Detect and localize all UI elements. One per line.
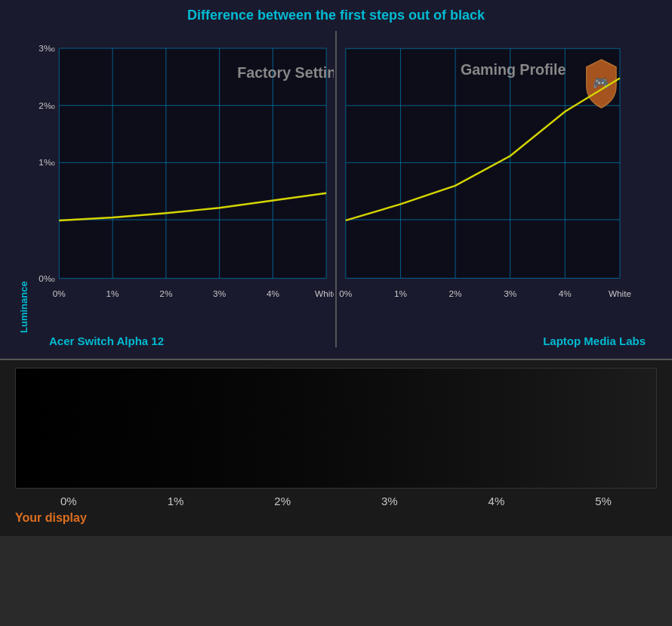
left-y-axis-label: Luminance xyxy=(15,39,29,333)
svg-rect-23 xyxy=(346,48,620,278)
svg-text:0%: 0% xyxy=(339,288,353,298)
svg-text:1%: 1% xyxy=(106,288,120,298)
chart-divider xyxy=(335,31,337,347)
display-gradient xyxy=(16,369,656,488)
chart-title: Difference between the first steps out o… xyxy=(15,8,657,23)
your-display-label: Your display xyxy=(15,511,657,525)
svg-text:3%: 3% xyxy=(504,288,517,298)
display-area xyxy=(15,368,657,489)
svg-text:1%: 1% xyxy=(394,288,408,298)
display-x-labels: 0% 1% 2% 3% 4% 5% xyxy=(15,495,657,507)
x-label-2: 2% xyxy=(274,495,291,507)
x-label-3: 3% xyxy=(381,495,398,507)
svg-text:Gaming Profile: Gaming Profile xyxy=(461,61,566,78)
svg-text:0%₀: 0%₀ xyxy=(39,273,55,283)
svg-text:3%₀: 3%₀ xyxy=(39,43,55,53)
bottom-section: 0% 1% 2% 3% 4% 5% Your display xyxy=(0,360,672,536)
svg-text:White: White xyxy=(315,288,334,298)
svg-text:Factory Settings: Factory Settings xyxy=(237,64,334,81)
svg-text:4%: 4% xyxy=(559,288,572,298)
svg-text:1%₀: 1%₀ xyxy=(39,157,55,167)
svg-rect-0 xyxy=(59,48,326,279)
svg-text:White: White xyxy=(609,288,632,298)
right-chart: Gaming Profile 🎮 0% 1% 2% 3% 4% White xyxy=(338,31,657,347)
x-label-1: 1% xyxy=(168,495,184,507)
right-chart-svg: Gaming Profile 🎮 0% 1% 2% 3% 4% White xyxy=(338,31,657,325)
svg-text:2%: 2% xyxy=(159,288,173,298)
svg-text:4%: 4% xyxy=(267,288,280,298)
charts-row: Luminance xyxy=(15,31,657,347)
left-bottom-label: Acer Switch Alpha 12 xyxy=(49,335,334,347)
left-chart-svg: 3%₀ 2%₀ 1%₀ 0%₀ Factory Settings 0% 1% 2… xyxy=(29,31,334,325)
left-chart: Luminance xyxy=(15,31,334,347)
svg-text:2%: 2% xyxy=(449,288,463,298)
right-bottom-label: Laptop Media Labs xyxy=(338,335,646,347)
x-label-4: 4% xyxy=(489,495,505,507)
svg-text:0%: 0% xyxy=(53,288,66,298)
svg-text:2%₀: 2%₀ xyxy=(39,100,55,110)
x-label-0: 0% xyxy=(60,495,77,507)
svg-text:3%: 3% xyxy=(213,288,227,298)
x-label-5: 5% xyxy=(595,495,612,507)
top-section: Difference between the first steps out o… xyxy=(0,0,672,360)
